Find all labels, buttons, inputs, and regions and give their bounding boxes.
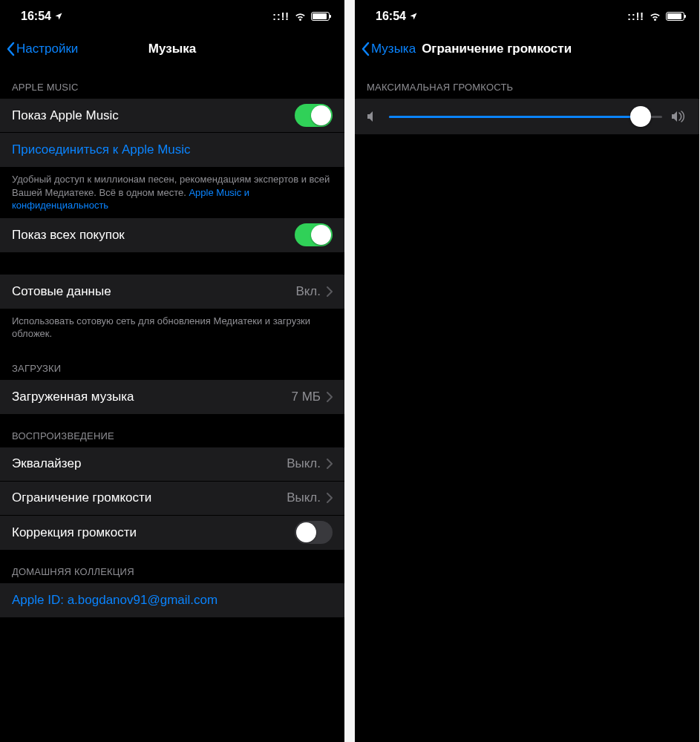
location-icon: [409, 12, 418, 21]
wifi-icon: [649, 12, 661, 21]
section-header-home-sharing: ДОМАШНЯЯ КОЛЛЕКЦИЯ: [0, 550, 344, 583]
chevron-right-icon: [327, 493, 333, 503]
section-header-playback: ВОСПРОИЗВЕДЕНИЕ: [0, 414, 344, 447]
back-label: Настройки: [16, 42, 78, 56]
status-time: 16:54: [376, 10, 406, 23]
row-show-apple-music[interactable]: Показ Apple Music: [0, 99, 344, 133]
toggle-sound-check[interactable]: [295, 521, 333, 544]
back-label: Музыка: [371, 42, 416, 56]
volume-slider[interactable]: [389, 116, 662, 118]
status-indicators: ::!!: [627, 10, 684, 22]
slider-thumb[interactable]: [630, 106, 651, 127]
section-header-max-volume: МАКСИМАЛЬНАЯ ГРОМКОСТЬ: [355, 65, 699, 99]
location-icon: [54, 12, 63, 21]
page-title: Музыка: [148, 42, 196, 56]
dual-sim-icon: ::!!: [627, 10, 644, 22]
back-button[interactable]: Настройки: [6, 42, 78, 56]
back-button[interactable]: Музыка: [361, 42, 416, 56]
footer-apple-music: Удобный доступ к миллионам песен, рекоме…: [0, 167, 344, 218]
row-cellular-data[interactable]: Сотовые данные Вкл.: [0, 275, 344, 309]
battery-icon: [666, 12, 684, 21]
toggle-show-apple-music[interactable]: [295, 104, 333, 127]
dual-sim-icon: ::!!: [272, 10, 290, 22]
battery-icon: [311, 12, 330, 21]
row-apple-id[interactable]: Apple ID: a.bogdanov91@gmail.com: [0, 583, 344, 617]
row-show-all-purchases[interactable]: Показ всех покупок: [0, 218, 344, 252]
chevron-right-icon: [327, 286, 333, 297]
status-indicators: ::!!: [272, 10, 330, 22]
volume-low-icon: [367, 111, 380, 122]
chevron-left-icon: [361, 42, 370, 56]
volume-high-icon: [671, 111, 687, 122]
section-header-downloads: ЗАГРУЗКИ: [0, 347, 344, 380]
page-title: Ограничение громкости: [422, 42, 572, 56]
status-time: 16:54: [21, 10, 51, 23]
row-join-apple-music[interactable]: Присоединиться к Apple Music: [0, 133, 344, 167]
status-bar: 16:54 ::!!: [355, 0, 699, 33]
chevron-right-icon: [327, 459, 333, 469]
row-equalizer[interactable]: Эквалайзер Выкл.: [0, 447, 344, 482]
wifi-icon: [294, 12, 307, 21]
toggle-show-all-purchases[interactable]: [295, 223, 333, 246]
music-settings-screen: 16:54 ::!! Настройки Музыка APPLE MUSIC …: [0, 0, 344, 742]
nav-bar: Музыка Ограничение громкости: [355, 33, 699, 65]
volume-limit-screen: 16:54 ::!! Музыка Ограничение громкости …: [355, 0, 699, 742]
row-downloaded-music[interactable]: Загруженная музыка 7 МБ: [0, 380, 344, 414]
row-volume-limit[interactable]: Ограничение громкости Выкл.: [0, 482, 344, 516]
chevron-right-icon: [327, 392, 333, 402]
footer-cellular: Использовать сотовую сеть для обновления…: [0, 309, 344, 347]
row-sound-check[interactable]: Коррекция громкости: [0, 516, 344, 550]
chevron-left-icon: [6, 42, 15, 56]
volume-slider-row: [355, 99, 699, 134]
section-header-apple-music: APPLE MUSIC: [0, 65, 344, 99]
status-bar: 16:54 ::!!: [0, 0, 344, 33]
nav-bar: Настройки Музыка: [0, 33, 344, 65]
